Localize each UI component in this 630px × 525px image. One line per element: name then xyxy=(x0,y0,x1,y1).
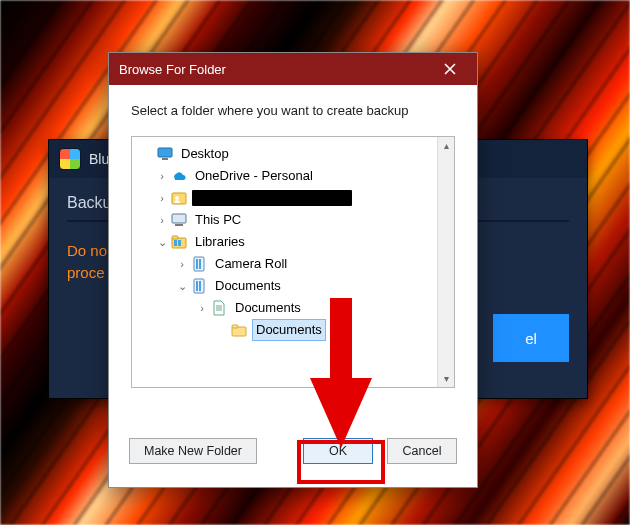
liblib-icon xyxy=(190,277,208,295)
pc-icon xyxy=(170,211,188,229)
doc-icon xyxy=(210,299,228,317)
svg-rect-11 xyxy=(196,259,198,269)
chevron-down-icon[interactable]: ⌄ xyxy=(174,276,190,296)
folder-tree[interactable]: Desktop›OneDrive - Personal››This PC⌄Lib… xyxy=(131,136,455,388)
chevron-down-icon[interactable]: ⌄ xyxy=(154,232,170,252)
tree-item-label: Camera Roll xyxy=(212,254,290,274)
chevron-right-icon[interactable]: › xyxy=(154,188,170,208)
cancel-label: Cancel xyxy=(403,444,442,458)
tree-item-desktop[interactable]: Desktop xyxy=(136,143,433,165)
tree-item-label: Documents xyxy=(212,276,284,296)
background-primary-button-label: el xyxy=(525,330,537,347)
lib-icon xyxy=(170,233,188,251)
svg-rect-8 xyxy=(174,240,177,246)
dialog-close-button[interactable] xyxy=(433,57,467,81)
tree-item-docslib[interactable]: ⌄Documents xyxy=(136,275,433,297)
svg-rect-9 xyxy=(178,240,181,246)
tree-item-thispc[interactable]: ›This PC xyxy=(136,209,433,231)
ok-button[interactable]: OK xyxy=(303,438,373,464)
cancel-button[interactable]: Cancel xyxy=(387,438,457,464)
warning-line-1: Do no xyxy=(67,242,107,259)
make-new-folder-button[interactable]: Make New Folder xyxy=(129,438,257,464)
chevron-right-icon[interactable]: › xyxy=(194,298,210,318)
svg-rect-15 xyxy=(199,281,201,291)
svg-rect-7 xyxy=(172,236,178,239)
svg-rect-4 xyxy=(172,214,186,223)
svg-rect-12 xyxy=(199,259,201,269)
svg-rect-14 xyxy=(196,281,198,291)
warning-line-2: proce xyxy=(67,264,105,281)
svg-rect-17 xyxy=(232,325,238,328)
dialog-title: Browse For Folder xyxy=(119,62,226,77)
svg-rect-5 xyxy=(175,224,183,226)
desktop-icon xyxy=(156,145,174,163)
background-primary-button[interactable]: el xyxy=(493,314,569,362)
tree-item-label: Libraries xyxy=(192,232,248,252)
tree-scrollbar[interactable]: ▴ ▾ xyxy=(437,137,454,387)
ok-label: OK xyxy=(329,444,347,458)
svg-rect-0 xyxy=(158,148,172,157)
tree-item-label: This PC xyxy=(192,210,244,230)
chevron-right-icon[interactable]: › xyxy=(154,210,170,230)
tree-item-user[interactable]: › xyxy=(136,187,433,209)
chevron-right-icon[interactable]: › xyxy=(154,166,170,186)
dialog-instruction: Select a folder where you want to create… xyxy=(109,85,477,128)
tree-item-camroll[interactable]: ›Camera Roll xyxy=(136,253,433,275)
make-new-folder-label: Make New Folder xyxy=(144,444,242,458)
tree-item-onedrive[interactable]: ›OneDrive - Personal xyxy=(136,165,433,187)
tree-item-label: Documents xyxy=(232,298,304,318)
dialog-titlebar[interactable]: Browse For Folder xyxy=(109,53,477,85)
tree-item-docsloc[interactable]: ›Documents xyxy=(136,297,433,319)
tree-item-docssel[interactable]: Documents xyxy=(136,319,433,341)
tree-item-label: Desktop xyxy=(178,144,232,164)
tree-item-label: OneDrive - Personal xyxy=(192,166,316,186)
browse-for-folder-dialog: Browse For Folder Select a folder where … xyxy=(108,52,478,488)
tree-item-libraries[interactable]: ⌄Libraries xyxy=(136,231,433,253)
close-icon xyxy=(444,63,456,75)
scroll-down-icon[interactable]: ▾ xyxy=(438,370,454,387)
tree-item-label: Documents xyxy=(252,319,326,341)
bluestacks-logo-icon xyxy=(59,148,81,170)
svg-point-3 xyxy=(175,196,179,200)
background-app-title: Blu xyxy=(89,151,109,167)
dialog-button-row: Make New Folder OK Cancel xyxy=(109,427,477,487)
user-icon xyxy=(170,189,188,207)
liblib-icon xyxy=(190,255,208,273)
scroll-up-icon[interactable]: ▴ xyxy=(438,137,454,154)
svg-rect-1 xyxy=(162,158,168,160)
redacted-username xyxy=(192,190,352,206)
folder-icon xyxy=(230,321,248,339)
onedrive-icon xyxy=(170,167,188,185)
chevron-right-icon[interactable]: › xyxy=(174,254,190,274)
